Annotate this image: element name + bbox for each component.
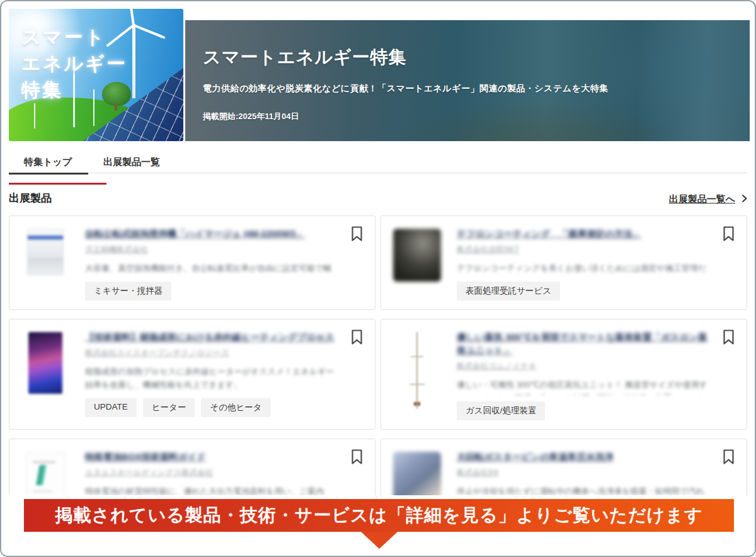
product-description: 樹脂成形の加熱プロセスに赤外線ヒーターがオススメ！エネルギー効率を改善し、機械性… [85,365,337,392]
page-subtitle: 電力供給の効率化や脱炭素化などに貢献！「スマートエネルギー」関連の製品・システム… [203,83,731,95]
product-description: テフロンコーティングを長くお使い頂くためには測定や施工管理だけでなく、品質検査も… [457,261,709,275]
product-thumbnail [390,227,444,301]
bookmark-icon[interactable] [722,329,735,345]
product-title-link[interactable]: テフロンコーティング 「膜厚測定の方法」 [457,227,709,241]
tab-feature-top[interactable]: 特集トップ [9,152,88,173]
bookmark-icon[interactable] [350,329,364,345]
special-feature-page: スマート エネルギー 特集 スマートエネルギー特集 電力供給の効率化や脱炭素化な… [0,0,756,557]
product-list-link[interactable]: 出展製品一覧へ [669,193,747,205]
product-card[interactable]: 【技術資料】樹脂成形における赤外線ヒーティングプロセス 株式会社スイスオーブンテ… [9,319,375,430]
product-title-link[interactable]: 優しい蒸気 300℃を実現でスマートな蒸発装置「ガスロン蒸発ユニット」 [457,331,709,357]
company-name-link[interactable]: 株式会社スイスオーブンテクノロジーズ [85,348,229,359]
bookmark-icon[interactable] [350,226,364,242]
product-image [393,229,441,282]
product-image [403,332,431,409]
company-name-link[interactable]: 株式会社IHI [457,468,498,478]
product-title-link[interactable]: 【技術資料】樹脂成形における赤外線ヒーティングプロセス [85,331,337,344]
wind-turbine-graphic [34,103,35,129]
active-tab-red-indicator [9,183,106,185]
feature-thumbnail-image: スマート エネルギー 特集 [9,9,183,141]
publish-date: 掲載開始:2025年11月04日 [203,111,731,122]
product-card-body: テフロンコーティング 「膜厚測定の方法」 株式会社吉田SKT テフロンコーティン… [457,227,734,301]
product-tag[interactable]: その他ヒータ [201,398,270,417]
thumbnail-title: スマート エネルギー 特集 [21,24,127,103]
product-title-link[interactable]: 大回転ガスタービンの常温常圧水洗浄 [457,451,709,464]
section-header: 出展製品 出展製品一覧へ [9,191,747,205]
product-image [27,229,64,275]
bookmark-icon[interactable] [722,226,735,242]
product-tag-list: 表面処理受託サービス [457,282,709,301]
product-description: 優しい・可搬性 300℃の低圧蒸気ユニット！ 搬送管サイズや使用するメーターなど… [457,378,709,395]
product-card-body: 優しい蒸気 300℃を実現でスマートな蒸発装置「ガスロン蒸発ユニット」 株式会社… [457,331,734,420]
product-card-body: 【技術資料】樹脂成形における赤外線ヒーティングプロセス 株式会社スイスオーブンテ… [85,331,362,420]
product-title-link[interactable]: 自転公転式脱泡撹拌機「ハイマージェ HM-2200WS」 [85,227,337,241]
product-description: 大容量、真空脱泡機能付き。自公転速度比率が自由に設定可能で幅広い素材に適応。 [85,261,337,275]
product-card-body: 自転公転式脱泡撹拌機「ハイマージェ HM-2200WS」 共立精機株式会社 大容… [85,227,362,301]
feature-hero-banner: スマートエネルギー特集 電力供給の効率化や脱炭素化などに貢献！「スマートエネルギ… [185,20,750,141]
tab-bar: 特集トップ 出展製品一覧 [9,152,747,173]
bookmark-icon[interactable] [350,449,364,465]
product-thumbnail [18,227,72,301]
bottom-notice-banner: 掲載されている製品・技術・サービスは「詳細を見る」よりご覧いただけます [24,499,734,532]
product-image [28,332,62,394]
company-name-link[interactable]: 株式会社吉田SKT [457,244,519,255]
product-card[interactable]: テフロンコーティング 「膜厚測定の方法」 株式会社吉田SKT テフロンコーティン… [381,215,747,310]
product-list-link-label: 出展製品一覧へ [669,193,735,205]
page-title: スマートエネルギー特集 [203,45,731,69]
product-card[interactable]: 優しい蒸気 300℃を実現でスマートな蒸発装置「ガスロン蒸発ユニット」 株式会社… [381,319,747,430]
product-thumbnail [18,331,72,420]
company-name-link[interactable]: 共立精機株式会社 [85,244,148,255]
turbine-blade-graphic [132,23,165,39]
product-tag[interactable]: 表面処理受託サービス [457,282,560,301]
product-thumbnail [390,331,444,420]
product-tag[interactable]: UPDATE [85,398,137,417]
company-name-link[interactable]: エヌエスホールディングス株式会社 [85,468,213,478]
product-tag-list: ガス回収/処理装置 [457,401,709,420]
chevron-right-icon [742,194,747,205]
product-tag[interactable]: ガス回収/処理装置 [457,401,545,420]
product-tag[interactable]: ミキサー・撹拌器 [85,282,171,301]
product-title-link[interactable]: 特殊電池BOX技術資料ガイド [85,451,337,464]
company-name-link[interactable]: 株式会社ゴムノイナキ [457,361,537,372]
bottom-notice-text: 掲載されている製品・技術・サービスは「詳細を見る」よりご覧いただけます [55,503,702,527]
wind-turbine-graphic [132,24,135,98]
product-tag-list: UPDATEヒーターその他ヒータ [85,398,337,417]
product-tag[interactable]: ヒーター [143,398,195,417]
section-title: 出展製品 [9,191,52,205]
product-card[interactable]: 自転公転式脱泡撹拌機「ハイマージェ HM-2200WS」 共立精機株式会社 大容… [9,215,375,310]
tab-product-list[interactable]: 出展製品一覧 [88,152,176,173]
bookmark-icon[interactable] [722,449,735,465]
product-tag-list: ミキサー・撹拌器 [85,282,337,301]
